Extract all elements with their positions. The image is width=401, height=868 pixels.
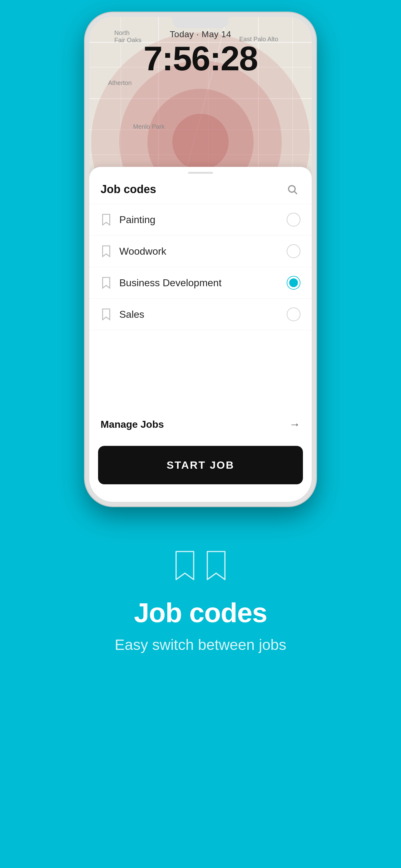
job-name-sales: Sales: [119, 309, 287, 320]
job-name-woodwork: Woodwork: [119, 246, 287, 257]
phone-frame: NorthFair Oaks Atherton Menlo Park East …: [85, 12, 316, 506]
map-label-atherton: Atherton: [108, 80, 132, 87]
job-item-painting[interactable]: Painting: [89, 204, 312, 235]
feature-title: Job codes: [134, 597, 267, 629]
clock-time: 7:56:28: [89, 39, 312, 77]
radio-woodwork[interactable]: [287, 244, 300, 258]
clock-date: Today · May 14: [89, 29, 312, 39]
bookmark-icons-large: [172, 550, 229, 581]
job-item-business-development[interactable]: Business Development: [89, 267, 312, 299]
search-icon: [287, 184, 298, 195]
manage-jobs-row[interactable]: Manage Jobs →: [89, 408, 312, 441]
start-job-button[interactable]: START JOB: [98, 446, 303, 484]
phone-notch: [172, 17, 229, 28]
job-name-business-development: Business Development: [119, 277, 287, 289]
start-job-label: START JOB: [166, 459, 234, 471]
radio-painting[interactable]: [287, 213, 300, 226]
job-item-woodwork[interactable]: Woodwork: [89, 235, 312, 267]
bookmark-outline-left: [172, 550, 197, 581]
job-item-sales[interactable]: Sales: [89, 299, 312, 330]
feature-subtitle: Easy switch between jobs: [114, 636, 287, 653]
bookmark-icon: [101, 245, 112, 257]
clock-overlay: Today · May 14 7:56:28: [89, 29, 312, 77]
sheet-title: Job codes: [101, 183, 156, 196]
bookmark-outline-right: [204, 550, 229, 581]
job-list: Painting Woodwork Business Development: [89, 204, 312, 408]
svg-point-0: [289, 186, 295, 192]
job-name-painting: Painting: [119, 214, 287, 226]
search-button[interactable]: [284, 181, 300, 197]
svg-line-1: [295, 191, 297, 194]
map-label-menlo-park: Menlo Park: [133, 123, 165, 130]
bottom-sheet: Job codes Painting: [89, 167, 312, 502]
bookmark-icon: [101, 308, 112, 320]
bookmark-icon: [101, 213, 112, 226]
radio-sales[interactable]: [287, 307, 300, 321]
sheet-handle: [188, 172, 213, 174]
manage-jobs-label: Manage Jobs: [101, 419, 164, 430]
sheet-header: Job codes: [89, 181, 312, 204]
radio-business-development[interactable]: [287, 276, 300, 290]
feature-section: Job codes Easy switch between jobs: [0, 525, 401, 691]
bookmark-icon: [101, 277, 112, 289]
arrow-icon: →: [289, 418, 300, 431]
map-area: NorthFair Oaks Atherton Menlo Park East …: [89, 17, 312, 179]
radio-inner: [289, 278, 298, 287]
phone-wrapper: NorthFair Oaks Atherton Menlo Park East …: [0, 0, 401, 525]
